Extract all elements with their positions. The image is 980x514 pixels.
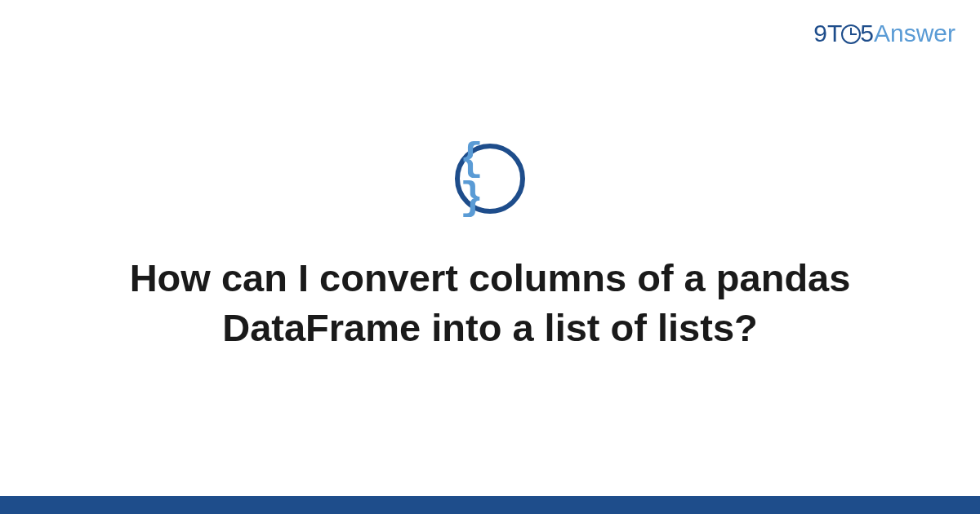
footer-bar [0, 496, 980, 514]
main-content: { } How can I convert columns of a panda… [0, 0, 980, 496]
code-braces-icon: { } [460, 140, 520, 218]
category-icon-wrapper: { } [455, 144, 525, 214]
question-title: How can I convert columns of a pandas Da… [82, 253, 898, 352]
